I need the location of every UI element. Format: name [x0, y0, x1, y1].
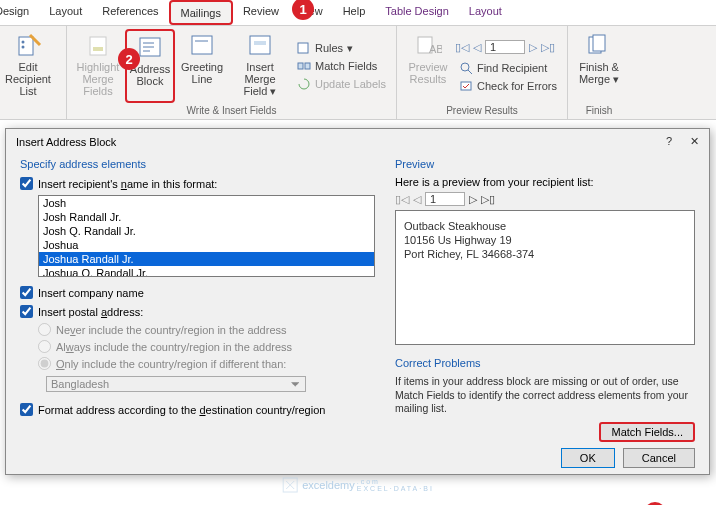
- preview-sub: Here is a preview from your recipient li…: [395, 174, 695, 190]
- match-fields-button[interactable]: Match Fields: [293, 58, 390, 74]
- correct-header: Correct Problems: [395, 353, 695, 373]
- watermark: exceldemy .comEXCEL·DATA·BI: [282, 477, 434, 493]
- greeting-icon: [188, 31, 216, 59]
- ok-button[interactable]: OK: [561, 448, 615, 468]
- svg-rect-15: [305, 63, 310, 69]
- highlight-merge-button[interactable]: Highlight Merge Fields: [73, 29, 123, 103]
- address-block-icon: [136, 33, 164, 61]
- svg-rect-0: [19, 37, 33, 55]
- always-country-radio[interactable]: Always include the country/region in the…: [38, 338, 375, 355]
- insert-company-checkbox[interactable]: Insert company name: [20, 283, 375, 302]
- tab-mailings[interactable]: Mailings: [169, 0, 233, 25]
- next-record-icon[interactable]: ▷: [529, 41, 537, 54]
- callout-2: 2: [118, 48, 140, 70]
- preview-results-button[interactable]: ABC Preview Results: [403, 29, 453, 103]
- group-label-preview: Preview Results: [403, 103, 561, 119]
- group-label-finish: Finish: [574, 103, 624, 119]
- tab-layout[interactable]: Layout: [39, 0, 92, 25]
- tab-design[interactable]: Design: [0, 0, 39, 25]
- svg-rect-22: [593, 35, 605, 51]
- preview-nav[interactable]: ▯◁◁ 1 ▷▷▯: [395, 192, 695, 206]
- preview-icon: ABC: [414, 31, 442, 59]
- insert-merge-icon: [246, 31, 274, 59]
- ribbon-tabs: Design Layout References Mailings Review…: [0, 0, 716, 26]
- insert-address-block-dialog: Insert Address Block ? ✕ Specify address…: [5, 128, 710, 475]
- tab-references[interactable]: References: [92, 0, 168, 25]
- country-select[interactable]: Bangladesh⏷: [46, 376, 306, 392]
- ribbon-body: Edit Recipient List Highlight Merge Fiel…: [0, 26, 716, 120]
- edit-recipient-list-button[interactable]: Edit Recipient List: [0, 29, 60, 103]
- svg-point-2: [22, 46, 25, 49]
- address-preview: Outback Steakhouse 10156 Us Highway 19 P…: [395, 210, 695, 345]
- last-record-icon[interactable]: ▷▯: [541, 41, 555, 54]
- svg-text:ABC: ABC: [429, 43, 442, 55]
- tab-review[interactable]: Review: [233, 0, 289, 25]
- record-nav[interactable]: ▯◁ ◁ 1 ▷ ▷▯: [455, 40, 561, 54]
- edit-list-icon: [14, 31, 42, 59]
- cancel-button[interactable]: Cancel: [623, 448, 695, 468]
- tab-layout2[interactable]: Layout: [459, 0, 512, 25]
- svg-rect-9: [192, 36, 212, 54]
- insert-postal-checkbox[interactable]: Insert postal address:: [20, 302, 375, 321]
- never-country-radio[interactable]: Never include the country/region in the …: [38, 321, 375, 338]
- svg-rect-13: [298, 43, 308, 53]
- tab-table-design[interactable]: Table Design: [375, 0, 459, 25]
- insert-merge-field-button[interactable]: Insert Merge Field ▾: [229, 29, 291, 103]
- svg-rect-12: [254, 41, 266, 45]
- greeting-line-button[interactable]: Greeting Line: [177, 29, 227, 103]
- group-label-write: Write & Insert Fields: [73, 103, 390, 119]
- specify-header: Specify address elements: [20, 154, 375, 174]
- svg-point-1: [22, 41, 25, 44]
- svg-line-19: [468, 70, 472, 74]
- first-record-icon[interactable]: ▯◁: [455, 41, 469, 54]
- svg-rect-20: [461, 82, 471, 90]
- match-fields-dialog-button[interactable]: Match Fields...: [599, 422, 695, 442]
- finish-merge-button[interactable]: Finish & Merge ▾: [574, 29, 624, 103]
- svg-point-18: [461, 63, 469, 71]
- help-button[interactable]: ?: [666, 135, 672, 148]
- check-errors-button[interactable]: Check for Errors: [455, 78, 561, 94]
- close-button[interactable]: ✕: [690, 135, 699, 148]
- only-different-radio[interactable]: Only include the country/region if diffe…: [38, 355, 375, 372]
- prev-record-icon[interactable]: ◁: [473, 41, 481, 54]
- tab-help[interactable]: Help: [333, 0, 376, 25]
- correct-text: If items in your address block are missi…: [395, 373, 695, 418]
- find-recipient-button[interactable]: Find Recipient: [455, 60, 561, 76]
- rules-button[interactable]: Rules ▾: [293, 40, 390, 56]
- svg-rect-14: [298, 63, 303, 69]
- finish-icon: [585, 31, 613, 59]
- dialog-title: Insert Address Block: [16, 136, 116, 148]
- name-format-list[interactable]: Josh Josh Randall Jr. Josh Q. Randall Jr…: [38, 195, 375, 277]
- format-destination-checkbox[interactable]: Format address according to the destinat…: [20, 400, 375, 419]
- svg-rect-3: [90, 37, 106, 55]
- preview-header: Preview: [395, 154, 695, 174]
- highlight-icon: [84, 31, 112, 59]
- svg-rect-4: [93, 47, 103, 51]
- update-labels-button[interactable]: Update Labels: [293, 76, 390, 92]
- record-counter[interactable]: 1: [485, 40, 525, 54]
- insert-name-checkbox[interactable]: Insert recipient's name in this format:: [20, 174, 375, 193]
